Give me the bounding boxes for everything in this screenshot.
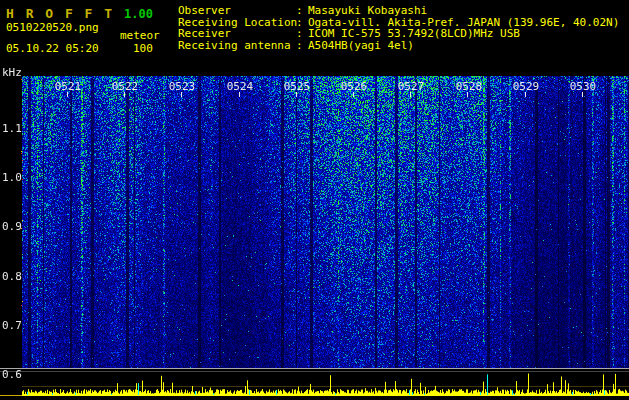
y-tick-label: 0.6 [2,368,22,381]
count-label: 100 [133,42,153,55]
x-tick-label: 0527 [396,80,426,93]
info-separator: : [296,40,308,52]
info-label: Observer [178,5,296,17]
app-title: H R O F F T [6,6,114,21]
station-info: Observer : Masayuki Kobayashi Receiving … [178,5,619,51]
info-row-antenna: Receiving antenna : A504HB(yagi 4el) [178,40,619,52]
y-tick-label: 0.7 [2,319,22,332]
spectrogram-canvas [0,68,629,400]
y-axis-unit: kHz [2,66,22,79]
x-tick-label: 0526 [339,80,369,93]
info-row-receiver: Receiver : ICOM IC-575 53.7492(8LCD)MHz … [178,28,619,40]
x-tick-label: 0523 [167,80,197,93]
output-filename: 0510220520.png [6,21,99,34]
x-tick-label: 0530 [568,80,598,93]
title-line: H R O F F T1.00 [6,3,153,22]
info-value: ICOM IC-575 53.7492(8LCD)MHz USB [308,28,619,40]
hrofft-screen: H R O F F T1.00 0510220520.png meteor 05… [0,0,629,400]
x-tick-label: 0521 [53,80,83,93]
x-tick-label: 0528 [454,80,484,93]
datetime-label: 05.10.22 05:20 [6,42,99,55]
y-tick-label: 0.8 [2,270,22,283]
x-tick-label: 0529 [511,80,541,93]
x-tick-label: 0525 [282,80,312,93]
x-tick-label: 0524 [225,80,255,93]
info-separator: : [296,28,308,40]
info-separator: : [296,5,308,17]
y-tick-label: 1.0 [2,171,22,184]
x-tick-label: 0522 [110,80,140,93]
info-label: Receiver [178,28,296,40]
info-value: A504HB(yagi 4el) [308,40,619,52]
y-tick-label: 1.1 [2,122,22,135]
y-tick-label: 0.9 [2,220,22,233]
info-label: Receiving antenna [178,40,296,52]
info-row-observer: Observer : Masayuki Kobayashi [178,5,619,17]
mode-label: meteor [120,29,160,42]
info-value: Masayuki Kobayashi [308,5,619,17]
app-version: 1.00 [124,7,153,21]
